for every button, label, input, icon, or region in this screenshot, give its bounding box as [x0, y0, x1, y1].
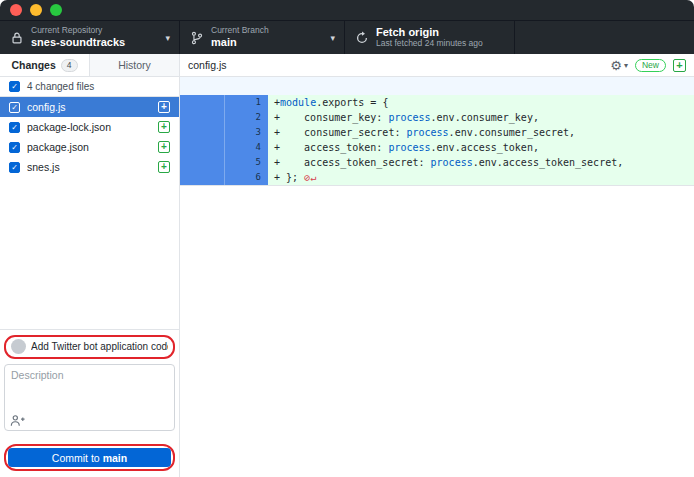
diff-options-gear-icon[interactable]: ⚙ ▾ — [610, 59, 628, 72]
file-include-checkbox[interactable]: ✓ — [9, 162, 20, 173]
added-status-icon: + — [158, 161, 170, 173]
github-desktop-window: Current Repository snes-soundtracks ▾ Cu… — [0, 0, 694, 477]
repository-name: snes-soundtracks — [31, 36, 158, 49]
diff-panel: config.js ⚙ ▾ New + @@ -0,0 +1,6 @@ 1+mo… — [180, 54, 694, 477]
hunk-header[interactable]: @@ -0,0 +1,6 @@ — [180, 77, 694, 95]
content: Changes 4 History ✓ 4 changed files ✓con… — [0, 54, 694, 477]
add-coauthor-icon[interactable] — [10, 414, 25, 427]
file-name: snes.js — [27, 161, 151, 173]
chevron-down-icon: ▾ — [624, 61, 628, 70]
changed-files-header: ✓ 4 changed files — [0, 77, 179, 97]
branch-label: Current Branch — [211, 26, 323, 36]
changed-files-label: 4 changed files — [27, 81, 94, 92]
commit-button[interactable]: Commit tomain — [8, 448, 171, 467]
diff-code: + consumer_key: process.env.consumer_key… — [268, 110, 694, 125]
chevron-down-icon: ▾ — [330, 33, 335, 43]
current-branch-selector[interactable]: Current Branch main ▾ — [180, 21, 345, 54]
changed-file-list: ✓config.js+✓package-lock.json+✓package.j… — [0, 97, 179, 177]
commit-button-prefix: Commit to — [52, 452, 100, 464]
file-name: package.json — [27, 141, 151, 153]
tab-history-label: History — [118, 59, 151, 71]
repository-label: Current Repository — [31, 26, 158, 36]
diff-added-line[interactable]: 3+ consumer_secret: process.env.consumer… — [180, 125, 694, 140]
line-number-gutter[interactable]: 1 — [180, 95, 268, 110]
diff-view: @@ -0,0 +1,6 @@ 1+module.exports = {2+ c… — [180, 77, 694, 477]
fetch-subtitle: Last fetched 24 minutes ago — [376, 39, 505, 49]
tab-history[interactable]: History — [89, 54, 179, 76]
commit-button-annotation-highlight: Commit tomain — [4, 444, 175, 472]
new-file-badge: New — [635, 59, 666, 72]
diff-added-line[interactable]: 4+ access_token: process.env.access_toke… — [180, 140, 694, 155]
lock-icon — [9, 30, 24, 45]
diff-file-header: config.js ⚙ ▾ New + — [180, 54, 694, 77]
tab-changes-label: Changes — [11, 59, 55, 71]
diff-code: + consumer_secret: process.env.consumer_… — [268, 125, 694, 140]
sync-icon — [354, 30, 369, 45]
sidebar-tabs: Changes 4 History — [0, 54, 179, 77]
file-include-checkbox[interactable]: ✓ — [9, 102, 20, 113]
diff-code: + access_token_secret: process.env.acces… — [268, 155, 694, 170]
file-row[interactable]: ✓package.json+ — [0, 137, 179, 157]
branch-text: Current Branch main — [211, 26, 323, 48]
line-number-gutter[interactable]: 4 — [180, 140, 268, 155]
diff-lines: 1+module.exports = {2+ consumer_key: pro… — [180, 95, 694, 186]
file-include-checkbox[interactable]: ✓ — [9, 142, 20, 153]
file-name: package-lock.json — [27, 121, 151, 133]
diff-code: + access_token: process.env.access_token… — [268, 140, 694, 155]
file-row[interactable]: ✓config.js+ — [0, 97, 179, 117]
diff-code: +module.exports = { — [268, 95, 694, 110]
description-textarea[interactable] — [5, 365, 174, 430]
fetch-origin-button[interactable]: Fetch origin Last fetched 24 minutes ago — [345, 21, 515, 54]
changes-count-badge: 4 — [61, 59, 78, 72]
titlebar — [0, 0, 694, 21]
line-number-gutter[interactable]: 5 — [180, 155, 268, 170]
diff-added-line[interactable]: 1+module.exports = { — [180, 95, 694, 110]
toolbar-filler — [515, 21, 694, 54]
added-status-icon: + — [158, 141, 170, 153]
avatar — [11, 339, 26, 354]
file-row[interactable]: ✓package-lock.json+ — [0, 117, 179, 137]
added-status-icon: + — [158, 121, 170, 133]
include-all-checkbox[interactable]: ✓ — [9, 81, 20, 92]
diff-filename: config.js — [188, 59, 227, 71]
chevron-down-icon: ▾ — [165, 33, 170, 43]
file-name: config.js — [27, 101, 151, 113]
description-box — [4, 364, 175, 431]
close-window-button[interactable] — [10, 4, 22, 16]
diff-code: + }; ⊘↵ — [268, 170, 694, 185]
tab-changes[interactable]: Changes 4 — [0, 54, 89, 76]
add-file-plus-icon[interactable]: + — [673, 59, 686, 72]
commit-button-branch: main — [103, 452, 128, 464]
added-status-icon: + — [158, 101, 170, 113]
diff-added-line[interactable]: 2+ consumer_key: process.env.consumer_ke… — [180, 110, 694, 125]
repository-text: Current Repository snes-soundtracks — [31, 26, 158, 48]
minimize-window-button[interactable] — [30, 4, 42, 16]
fetch-text: Fetch origin Last fetched 24 minutes ago — [376, 26, 505, 48]
line-number-gutter[interactable]: 2 — [180, 110, 268, 125]
diff-added-line[interactable]: 6+ }; ⊘↵ — [180, 170, 694, 185]
toolbar: Current Repository snes-soundtracks ▾ Cu… — [0, 21, 694, 54]
line-number-gutter[interactable]: 6 — [180, 170, 268, 185]
file-include-checkbox[interactable]: ✓ — [9, 122, 20, 133]
gear-glyph: ⚙ — [610, 59, 622, 72]
git-branch-icon — [189, 30, 204, 45]
summary-annotation-highlight — [4, 335, 175, 359]
zoom-window-button[interactable] — [50, 4, 62, 16]
sidebar: Changes 4 History ✓ 4 changed files ✓con… — [0, 54, 180, 477]
commit-summary-input[interactable] — [31, 341, 168, 352]
current-repository-selector[interactable]: Current Repository snes-soundtracks ▾ — [0, 21, 180, 54]
diff-header-actions: ⚙ ▾ New + — [610, 59, 686, 72]
commit-box: Commit tomain — [0, 329, 179, 477]
branch-name: main — [211, 36, 323, 49]
line-number-gutter[interactable]: 3 — [180, 125, 268, 140]
file-row[interactable]: ✓snes.js+ — [0, 157, 179, 177]
diff-added-line[interactable]: 5+ access_token_secret: process.env.acce… — [180, 155, 694, 170]
